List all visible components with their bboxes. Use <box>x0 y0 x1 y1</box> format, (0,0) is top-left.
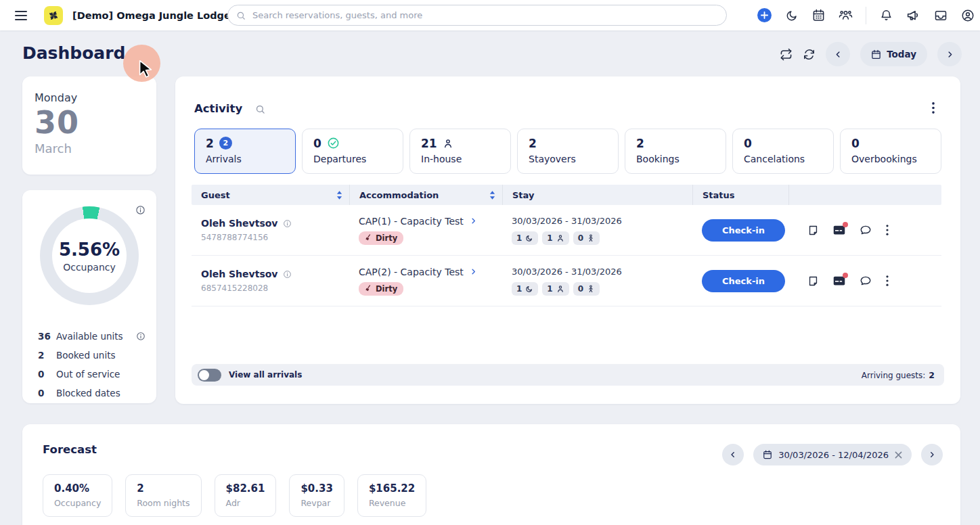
accommodation-name[interactable]: CAP(2) - Capacity Test <box>359 267 464 277</box>
tab-count: 21 <box>421 137 437 150</box>
stay-cell: 30/03/2026 - 31/03/2026 1 1 0 <box>502 267 692 296</box>
adult-icon <box>556 285 564 293</box>
tab-label: Cancelations <box>744 154 833 164</box>
table-row: Oleh Shevtsov 5478788774156 CAP(1) - Cap… <box>192 205 941 256</box>
sort-icon[interactable] <box>336 191 342 200</box>
app-logo[interactable] <box>44 6 63 25</box>
forecast-controls: 30/03/2026 - 12/04/2026 <box>722 444 943 465</box>
date-prev-button[interactable] <box>826 42 850 66</box>
tab-label: Overbookings <box>851 154 941 164</box>
guest-name[interactable]: Oleh Shevtsov <box>201 218 277 229</box>
forecast-date-range[interactable]: 30/03/2026 - 12/04/2026 <box>753 444 912 465</box>
payment-card-icon[interactable] <box>833 225 845 235</box>
available-units-info-icon[interactable] <box>136 332 146 341</box>
status-cell: Check-in <box>692 270 788 292</box>
adults-pill: 1 <box>542 282 569 296</box>
header-controls: Today <box>780 42 962 66</box>
chevron-right-icon[interactable] <box>470 217 477 225</box>
global-search[interactable] <box>227 5 727 26</box>
tab-departures[interactable]: 0 Departures <box>302 129 403 174</box>
announcements-megaphone-icon[interactable] <box>906 8 920 22</box>
check-in-button[interactable]: Check-in <box>702 270 785 292</box>
sort-icon[interactable] <box>489 191 495 200</box>
chat-icon[interactable] <box>860 275 872 287</box>
tab-count: 2 <box>529 137 537 150</box>
note-icon[interactable] <box>807 225 819 236</box>
nights-count: 1 <box>516 284 522 294</box>
quick-add-button[interactable] <box>757 8 772 22</box>
guest-info-icon[interactable] <box>283 270 292 279</box>
account-avatar-icon[interactable] <box>960 8 975 22</box>
payment-card-icon[interactable] <box>833 275 845 286</box>
stat-value: 2 <box>38 350 56 361</box>
weekday-label: Monday <box>35 91 144 104</box>
stat-blocked-dates: 0 Blocked dates <box>22 384 156 403</box>
stat-out-of-service: 0 Out of service <box>22 365 156 384</box>
page-title: Dashboard <box>22 43 125 63</box>
month-label: March <box>35 141 144 156</box>
stat-label: Available units <box>56 331 136 342</box>
stat-value: 0 <box>38 369 56 380</box>
tab-bookings[interactable]: 2 Bookings <box>625 129 726 174</box>
view-all-arrivals-toggle[interactable] <box>198 369 221 382</box>
notifications-bell-icon[interactable] <box>879 8 893 22</box>
metric-label: Adr <box>226 498 265 508</box>
topbar-actions <box>757 0 975 30</box>
today-button[interactable]: Today <box>860 42 927 66</box>
metric-label: Room nights <box>137 498 190 508</box>
housekeeping-label: Dirty <box>376 233 397 243</box>
check-circle-icon <box>327 137 340 150</box>
guest-info-icon[interactable] <box>283 219 292 228</box>
guest-cell: Oleh Shevtsov 5478788774156 <box>192 218 349 242</box>
child-icon <box>587 285 595 293</box>
child-icon <box>587 234 595 242</box>
inbox-icon[interactable] <box>933 8 948 22</box>
activity-kebab-menu-icon[interactable] <box>932 102 935 114</box>
status-cell: Check-in <box>692 219 788 242</box>
chevron-right-icon[interactable] <box>470 268 477 275</box>
arrivals-table: Guest Accommodation Stay Status <box>192 185 941 306</box>
activity-search-icon[interactable] <box>255 104 265 114</box>
accommodation-name[interactable]: CAP(1) - Capacity Test <box>359 216 464 227</box>
row-kebab-menu-icon[interactable] <box>886 275 889 286</box>
today-label: Today <box>887 49 916 60</box>
clear-date-icon[interactable] <box>895 451 902 459</box>
tab-in-house[interactable]: 21 In-house <box>409 129 511 174</box>
forecast-next-button[interactable] <box>921 444 943 465</box>
hamburger-menu-icon[interactable] <box>15 11 27 20</box>
unit-stats: 36 Available units 2 Booked units 0 Out … <box>22 327 156 403</box>
housekeeping-status-badge: Dirty <box>359 231 403 245</box>
metric-label: Revpar <box>300 498 332 508</box>
date-next-button[interactable] <box>937 42 962 66</box>
sync-repeat-icon[interactable] <box>780 48 793 61</box>
activity-panel: Activity 2 2 Arrivals 0 Departures 21 <box>175 76 960 404</box>
tab-stayovers[interactable]: 2 Stayovers <box>517 129 619 174</box>
forecast-date-range-label: 30/03/2026 - 12/04/2026 <box>778 450 889 460</box>
nights-pill: 1 <box>512 231 538 245</box>
search-input[interactable] <box>251 9 718 21</box>
tab-count: 0 <box>851 137 860 150</box>
chat-icon[interactable] <box>860 224 872 236</box>
refresh-icon[interactable] <box>803 48 816 61</box>
tab-arrivals[interactable]: 2 2 Arrivals <box>194 129 296 174</box>
calendar-icon[interactable] <box>811 8 826 22</box>
tab-overbookings[interactable]: 0 Overbookings <box>840 129 941 174</box>
tab-cancelations[interactable]: 0 Cancelations <box>732 129 834 174</box>
column-accommodation: Accommodation <box>349 185 502 205</box>
forecast-title: Forecast <box>43 443 97 456</box>
stay-dates: 30/03/2026 - 31/03/2026 <box>512 267 692 277</box>
guest-name[interactable]: Oleh Shevtsov <box>201 269 277 279</box>
check-in-button[interactable]: Check-in <box>702 219 785 242</box>
dark-mode-icon[interactable] <box>784 8 799 22</box>
adults-count: 1 <box>547 284 552 294</box>
adults-count: 1 <box>547 233 552 243</box>
row-actions <box>788 275 941 287</box>
note-icon[interactable] <box>807 275 819 287</box>
arriving-guests-label: Arriving guests: <box>862 371 926 380</box>
metric-value: $165.22 <box>369 482 415 495</box>
metric-value: 0.40% <box>54 482 101 495</box>
forecast-prev-button[interactable] <box>722 444 744 465</box>
moon-icon <box>525 234 533 242</box>
row-kebab-menu-icon[interactable] <box>886 225 889 235</box>
guests-icon[interactable] <box>839 8 853 22</box>
